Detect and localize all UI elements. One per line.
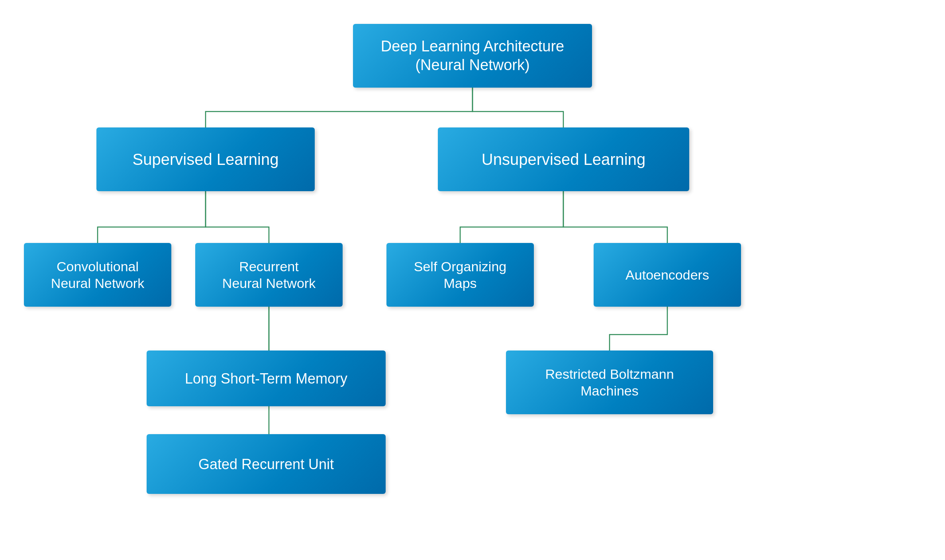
som-node: Self OrganizingMaps — [386, 243, 534, 307]
gru-node: Gated Recurrent Unit — [147, 434, 386, 494]
som-label: Self OrganizingMaps — [414, 258, 506, 292]
unsupervised-node: Unsupervised Learning — [438, 127, 689, 191]
autoencoders-label: Autoencoders — [625, 266, 709, 284]
root-node: Deep Learning Architecture(Neural Networ… — [353, 24, 592, 88]
root-label: Deep Learning Architecture(Neural Networ… — [381, 37, 565, 75]
rbm-label: Restricted BoltzmannMachines — [545, 366, 674, 399]
rbm-node: Restricted BoltzmannMachines — [506, 350, 713, 414]
rnn-node: RecurrentNeural Network — [195, 243, 343, 307]
cnn-label: ConvolutionalNeural Network — [51, 258, 144, 292]
diagram-container: Deep Learning Architecture(Neural Networ… — [0, 0, 945, 560]
unsupervised-label: Unsupervised Learning — [482, 149, 645, 169]
rnn-label: RecurrentNeural Network — [222, 258, 316, 292]
supervised-label: Supervised Learning — [133, 149, 279, 169]
gru-label: Gated Recurrent Unit — [198, 455, 334, 473]
supervised-node: Supervised Learning — [96, 127, 315, 191]
lstm-label: Long Short-Term Memory — [185, 370, 347, 388]
cnn-node: ConvolutionalNeural Network — [24, 243, 171, 307]
autoencoders-node: Autoencoders — [594, 243, 741, 307]
lstm-node: Long Short-Term Memory — [147, 350, 386, 406]
